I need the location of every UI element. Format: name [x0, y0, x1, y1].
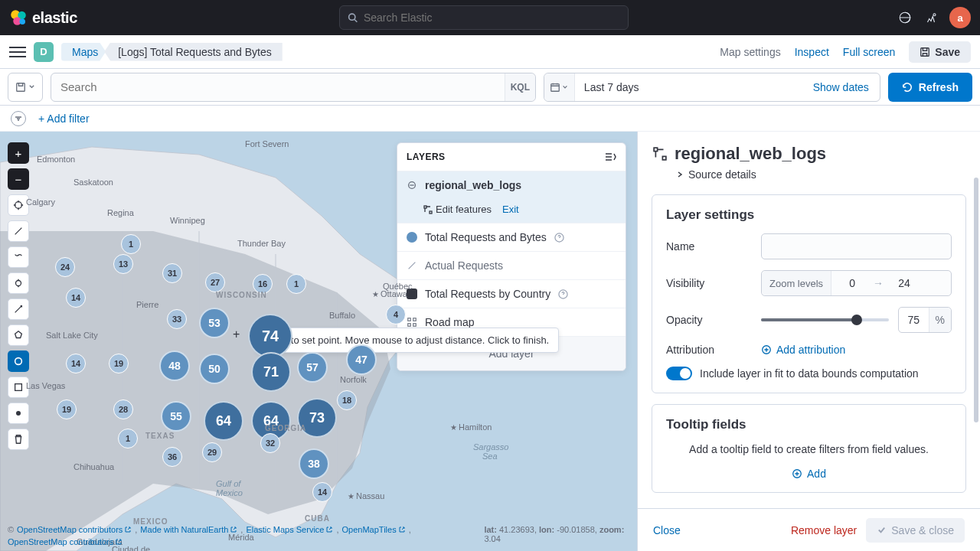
check-icon [877, 525, 887, 535]
attrib-link[interactable]: OpenMapTiles [342, 525, 406, 534]
full-screen-link[interactable]: Full screen [843, 46, 895, 58]
cluster-marker[interactable]: 14 [66, 354, 86, 373]
help-icon[interactable] [554, 233, 564, 243]
app-bar: D Maps [Logs] Total Requests and Bytes M… [0, 35, 980, 69]
draw-polygon-tool[interactable] [8, 324, 29, 346]
grid-icon [407, 317, 417, 328]
show-dates-link[interactable]: Show dates [802, 81, 880, 93]
zoom-max[interactable]: 24 [884, 277, 925, 289]
attrib-link[interactable]: Elastic Maps Service [246, 525, 333, 534]
draw-shape-tool[interactable] [8, 246, 29, 268]
help-icon[interactable] [558, 289, 568, 299]
attrib-link[interactable]: Made with NaturalEarth [140, 525, 237, 534]
cluster-marker[interactable]: 18 [337, 390, 357, 410]
draw-bbox-tool[interactable] [8, 272, 29, 294]
scrollbar[interactable] [974, 178, 978, 422]
map-label: Saskatoon [74, 178, 113, 187]
cluster-marker[interactable]: 29 [202, 442, 222, 462]
exit-edit-link[interactable]: Exit [502, 204, 519, 215]
save-close-button[interactable]: Save & close [866, 518, 965, 543]
cluster-marker[interactable]: 4 [386, 305, 406, 324]
cluster-marker[interactable]: 38 [299, 448, 329, 479]
opacity-value-input[interactable]: 75 % [898, 307, 952, 333]
collapse-icon[interactable] [604, 151, 616, 163]
cluster-marker[interactable]: 48 [159, 350, 190, 381]
attrib-link[interactable]: OpenStreetMap contributors [17, 525, 132, 534]
close-button[interactable]: Close [653, 524, 681, 536]
layer-row[interactable]: Total Requests by Country [397, 279, 626, 308]
cluster-marker[interactable]: 28 [113, 399, 133, 419]
cluster-marker[interactable]: 1 [121, 234, 141, 254]
fit-bounds-toggle[interactable] [666, 367, 692, 380]
cluster-marker[interactable]: 1 [286, 274, 306, 294]
cluster-marker[interactable]: 13 [113, 254, 133, 274]
cluster-marker[interactable]: 33 [167, 309, 187, 329]
edit-features-link[interactable]: Edit features [423, 204, 492, 215]
newsfeed-icon[interactable] [897, 10, 913, 25]
delete-feature-tool[interactable] [8, 429, 29, 450]
cluster-marker[interactable]: 14 [312, 482, 332, 502]
visibility-icon[interactable] [407, 180, 417, 191]
cluster-marker[interactable]: 55 [161, 401, 191, 432]
arrow-right-icon: → [873, 277, 884, 289]
map-settings-link[interactable]: Map settings [720, 46, 780, 58]
cluster-marker[interactable]: 19 [57, 399, 77, 419]
cluster-marker[interactable]: 47 [346, 344, 377, 375]
refresh-button[interactable]: Refresh [888, 73, 972, 102]
draw-distance-tool[interactable] [8, 298, 29, 320]
global-search-input[interactable] [364, 11, 620, 24]
add-attribution-link[interactable]: Add attribution [761, 344, 952, 356]
elastic-logo-icon [9, 8, 28, 27]
cluster-marker[interactable]: 14 [66, 288, 86, 308]
map-canvas[interactable]: + − LAYERS regional_web_logs [0, 132, 637, 551]
zoom-min[interactable]: 0 [831, 277, 873, 289]
map-label: Winnipeg [170, 216, 205, 225]
draw-circle-tool[interactable] [8, 350, 29, 372]
global-search[interactable] [339, 5, 629, 30]
breadcrumb-root[interactable]: Maps [61, 43, 106, 61]
cluster-marker[interactable]: 31 [162, 263, 182, 283]
cluster-marker[interactable]: 57 [297, 352, 328, 383]
layer-name-input[interactable] [761, 233, 952, 259]
nav-toggle-icon[interactable] [9, 44, 26, 60]
brand-name: elastic [32, 9, 77, 27]
zoom-in-button[interactable]: + [8, 142, 29, 164]
cluster-marker[interactable]: 27 [205, 272, 225, 292]
space-selector[interactable]: D [34, 42, 54, 62]
draw-point-tool[interactable] [8, 403, 29, 424]
external-link-icon [230, 526, 237, 533]
brand[interactable]: elastic [9, 8, 77, 27]
saved-query-button[interactable] [8, 73, 43, 102]
filter-options-icon[interactable] [11, 111, 26, 126]
kql-toggle[interactable]: KQL [505, 73, 535, 101]
query-input[interactable] [51, 80, 505, 93]
cluster-marker[interactable]: 71 [251, 352, 291, 392]
source-details-toggle[interactable]: Source details [653, 164, 965, 190]
layer-row-regional[interactable]: regional_web_logs [397, 171, 626, 199]
save-button[interactable]: Save [909, 41, 971, 63]
svg-point-4 [348, 14, 354, 20]
opacity-slider[interactable] [761, 318, 889, 321]
cluster-marker[interactable]: 24 [55, 257, 75, 277]
draw-line-tool[interactable] [8, 220, 29, 242]
cluster-marker[interactable]: 32 [260, 433, 280, 453]
cluster-marker[interactable]: 19 [109, 354, 129, 373]
cluster-marker[interactable]: 36 [162, 447, 182, 467]
zoom-out-button[interactable]: − [8, 168, 29, 190]
help-icon[interactable] [923, 10, 939, 25]
layer-row[interactable]: Total Requests and Bytes [397, 223, 626, 251]
add-tooltip-field-link[interactable]: Add [792, 468, 826, 480]
inspect-link[interactable]: Inspect [795, 46, 829, 58]
map-label: CUBA [305, 514, 330, 523]
date-picker[interactable]: Last 7 days Show dates [544, 73, 880, 102]
cluster-marker[interactable]: 53 [199, 308, 230, 338]
cluster-marker[interactable]: 64 [204, 401, 243, 441]
zoom-range-input[interactable]: Zoom levels 0 → 24 [761, 270, 952, 296]
cluster-marker[interactable]: 1 [118, 429, 138, 448]
attrib-link[interactable]: OpenStreetMap contributors [8, 537, 122, 546]
remove-layer-button[interactable]: Remove layer [791, 524, 857, 536]
user-avatar[interactable]: a [949, 7, 971, 28]
layer-row[interactable]: Actual Requests [397, 251, 626, 279]
add-filter-button[interactable]: + Add filter [38, 112, 90, 125]
cluster-marker[interactable]: 50 [199, 354, 230, 384]
